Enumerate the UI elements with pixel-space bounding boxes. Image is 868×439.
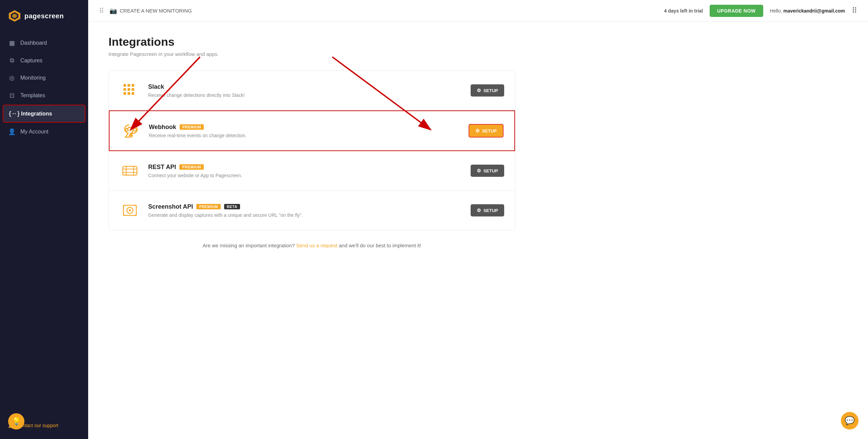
svg-rect-14 [127, 92, 130, 95]
svg-point-19 [130, 134, 132, 137]
rest-api-icon [120, 161, 140, 181]
integrations-list: Slack Receive change detections directly… [108, 70, 515, 230]
gear-icon: ⚙ [475, 128, 480, 133]
sidebar-item-monitoring[interactable]: ◎ Monitoring [3, 69, 85, 86]
grid-dots-icon[interactable]: ⠿ [99, 7, 104, 15]
beta-badge: BETA [224, 204, 240, 209]
screenshot-api-icon [120, 200, 140, 221]
page-title: Integrations [108, 35, 848, 48]
copy-icon: ⧉ [8, 57, 16, 64]
svg-rect-20 [123, 166, 137, 175]
svg-point-17 [125, 128, 128, 131]
gear-icon: ⚙ [477, 208, 481, 213]
premium-badge: PREMIUM [196, 204, 220, 209]
svg-rect-12 [132, 88, 134, 91]
slack-desc: Receive change detections directly into … [148, 92, 471, 98]
sidebar-nav: ▦ Dashboard ⧉ Captures ◎ Monitoring ⊡ Te… [0, 35, 88, 416]
slack-setup-button[interactable]: ⚙ SETUP [471, 84, 504, 97]
create-monitoring-button[interactable]: 📷 CREATE A NEW MONITORING [110, 7, 192, 15]
pagescreen-logo-icon [8, 9, 21, 22]
main-area: ⠿ 📷 CREATE A NEW MONITORING 4 days left … [88, 0, 868, 439]
lightbulb-button[interactable]: 💡 [8, 413, 24, 430]
chat-icon: 💬 [845, 416, 855, 425]
header: ⠿ 📷 CREATE A NEW MONITORING 4 days left … [88, 0, 868, 22]
webhook-info: Webhook PREMIUM Receive real-time events… [149, 124, 469, 138]
svg-rect-7 [123, 84, 126, 87]
svg-point-16 [129, 129, 132, 132]
user-icon: 👤 [8, 128, 16, 135]
lightbulb-icon: 💡 [12, 417, 21, 426]
screenshot-api-name: Screenshot API [148, 203, 193, 210]
hello-text: Hello, maverickandrii@gmail.com [770, 8, 845, 14]
integration-item-screenshot-api: Screenshot API PREMIUM BETA Generate and… [109, 191, 515, 230]
svg-rect-11 [127, 88, 130, 91]
arrows-h-icon: {↔} [9, 110, 16, 117]
svg-rect-15 [132, 92, 134, 95]
upgrade-now-button[interactable]: UPGRADE NOW [710, 5, 763, 17]
gear-icon: ⚙ [477, 168, 481, 173]
svg-point-27 [129, 209, 131, 211]
sidebar-item-label: My Account [20, 129, 48, 135]
webhook-name-row: Webhook PREMIUM [149, 124, 469, 131]
sidebar-item-templates[interactable]: ⊡ Templates [3, 87, 85, 104]
header-right: 4 days left in trial UPGRADE NOW Hello, … [664, 5, 857, 17]
webhook-name: Webhook [149, 124, 176, 131]
svg-rect-9 [132, 84, 134, 87]
webhook-desc: Receive real-time events on change detec… [149, 133, 469, 138]
sidebar-item-label: Captures [20, 58, 42, 64]
sidebar-item-dashboard[interactable]: ▦ Dashboard [3, 35, 85, 51]
gear-icon: ⚙ [477, 88, 481, 93]
integration-item-rest-api: REST API PREMIUM Connect your website or… [109, 151, 515, 191]
layout-icon: ⊡ [8, 92, 16, 99]
slack-info: Slack Receive change detections directly… [148, 83, 471, 98]
screenshot-api-name-row: Screenshot API PREMIUM BETA [148, 203, 471, 210]
page-subtitle: Integrate Pagescreen in your workflow an… [108, 51, 848, 57]
sidebar-item-label: Dashboard [20, 40, 47, 46]
screenshot-api-info: Screenshot API PREMIUM BETA Generate and… [148, 203, 471, 218]
rest-api-setup-button[interactable]: ⚙ SETUP [471, 165, 504, 177]
chat-button[interactable]: 💬 [841, 412, 859, 430]
svg-rect-8 [127, 84, 130, 87]
camera-icon: 📷 [110, 7, 117, 15]
rest-api-info: REST API PREMIUM Connect your website or… [148, 164, 471, 178]
bar-chart-icon: ▦ [8, 39, 16, 47]
logo-area: pagescreen [0, 0, 88, 35]
slack-name-row: Slack [148, 83, 471, 90]
svg-rect-13 [123, 92, 126, 95]
svg-point-18 [134, 128, 136, 131]
rest-api-name: REST API [148, 164, 176, 171]
circle-dot-icon: ◎ [8, 74, 16, 82]
header-left: ⠿ 📷 CREATE A NEW MONITORING [99, 7, 192, 15]
screenshot-api-setup-button[interactable]: ⚙ SETUP [471, 204, 504, 216]
integration-item-webhook: Webhook PREMIUM Receive real-time events… [109, 110, 515, 151]
svg-rect-10 [123, 88, 126, 91]
logo-text: pagescreen [24, 12, 64, 20]
slack-icon [120, 80, 140, 101]
send-request-link[interactable]: Send us a request [296, 243, 338, 248]
sidebar-item-captures[interactable]: ⧉ Captures [3, 52, 85, 69]
slack-name: Slack [148, 83, 164, 90]
trial-text: 4 days left in trial [664, 8, 703, 14]
sidebar-item-integrations[interactable]: {↔} Integrations [3, 105, 85, 123]
premium-badge: PREMIUM [180, 124, 204, 130]
webhook-icon [120, 121, 141, 141]
sidebar: pagescreen ▦ Dashboard ⧉ Captures ◎ Moni… [0, 0, 88, 439]
sidebar-item-label: Monitoring [20, 75, 46, 81]
rest-api-desc: Connect your website or App to Pagescree… [148, 173, 471, 178]
footer-text: Are we missing an important integration?… [108, 243, 515, 248]
premium-badge: PREMIUM [179, 164, 203, 170]
sidebar-item-label: Templates [20, 92, 45, 99]
rest-api-name-row: REST API PREMIUM [148, 164, 471, 171]
sidebar-item-my-account[interactable]: 👤 My Account [3, 123, 85, 140]
page-content: Integrations Integrate Pagescreen in you… [88, 22, 868, 439]
screenshot-api-desc: Generate and display captures with a uni… [148, 212, 471, 218]
integration-item-slack: Slack Receive change detections directly… [109, 71, 515, 110]
webhook-setup-button[interactable]: ⚙ SETUP [469, 124, 504, 138]
sidebar-item-label: Integrations [21, 111, 52, 117]
apps-grid-icon[interactable]: ⠿ [852, 6, 857, 15]
